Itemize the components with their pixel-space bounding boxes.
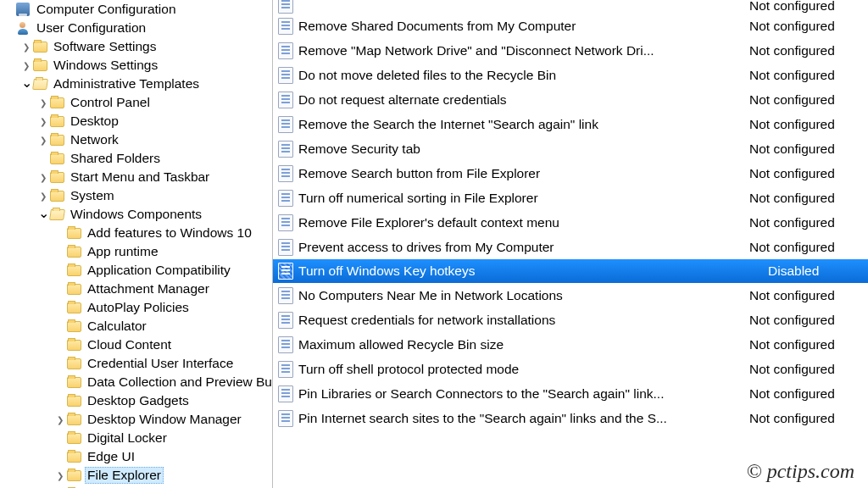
- tree-item-label[interactable]: Attachment Manager: [85, 280, 212, 297]
- folder-icon: [66, 263, 81, 278]
- policy-row[interactable]: Remove Search button from File ExplorerN…: [273, 161, 868, 186]
- expand-icon[interactable]: ❯: [37, 97, 49, 108]
- tree-item-label[interactable]: Start Menu and Taskbar: [68, 169, 212, 186]
- tree-item[interactable]: Add features to Windows 10: [0, 224, 272, 242]
- policy-row[interactable]: Remove File Explorer's default context m…: [273, 210, 868, 235]
- tree-item[interactable]: ⌄Administrative Templates: [0, 75, 272, 93]
- policy-row[interactable]: Do not move deleted files to the Recycle…: [273, 63, 868, 87]
- tree-item[interactable]: Digital Locker: [0, 429, 272, 447]
- tree-item-label[interactable]: Desktop Window Manager: [85, 411, 244, 428]
- expand-icon[interactable]: ❯: [20, 41, 32, 53]
- tree-item-label[interactable]: Network: [68, 131, 121, 148]
- expand-icon[interactable]: ❯: [37, 115, 49, 127]
- tree-item[interactable]: ❯Desktop: [0, 112, 272, 130]
- tree-item-label[interactable]: Credential User Interface: [85, 355, 236, 372]
- policy-row[interactable]: Remove "Map Network Drive" and "Disconne…: [273, 38, 868, 63]
- tree-item-label[interactable]: Edge UI: [85, 448, 137, 465]
- tree-item[interactable]: Data Collection and Preview Builds: [0, 373, 272, 391]
- policy-name: Turn off shell protocol protected mode: [298, 362, 749, 377]
- policy-icon: [278, 42, 293, 59]
- policy-row[interactable]: Pin Internet search sites to the "Search…: [273, 406, 868, 430]
- tree-item-label[interactable]: Control Panel: [68, 94, 153, 111]
- policy-name: Remove Shared Documents from My Computer: [298, 19, 749, 34]
- tree-item[interactable]: Application Compatibility: [0, 261, 272, 280]
- tree-item-label[interactable]: Desktop Gadgets: [85, 392, 192, 409]
- policy-row[interactable]: Remove Security tabNot configured: [273, 136, 868, 161]
- policy-row[interactable]: Maximum allowed Recycle Bin sizeNot conf…: [273, 332, 868, 357]
- policy-state: Not configured: [749, 19, 868, 34]
- tree-item[interactable]: Computer Configuration: [0, 0, 272, 19]
- policy-state: Not configured: [749, 68, 868, 83]
- tree-item[interactable]: User Configuration: [0, 19, 272, 37]
- folder-icon: [66, 300, 81, 315]
- expand-icon[interactable]: ❯: [37, 190, 49, 202]
- tree-item[interactable]: ❯Software Settings: [0, 37, 272, 56]
- tree-item-label[interactable]: Desktop: [68, 113, 121, 130]
- policy-row[interactable]: Turn off shell protocol protected modeNo…: [273, 357, 868, 381]
- folder-open-icon: [32, 76, 47, 92]
- tree-item[interactable]: Attachment Manager: [0, 280, 272, 298]
- collapse-icon[interactable]: ⌄: [37, 207, 49, 219]
- tree-item[interactable]: AutoPlay Policies: [0, 298, 272, 317]
- tree-item-label[interactable]: Application Compatibility: [85, 262, 233, 279]
- tree-item[interactable]: ❯Desktop Window Manager: [0, 410, 272, 429]
- folder-icon: [32, 39, 47, 54]
- tree-item-label[interactable]: Software Settings: [51, 38, 159, 55]
- tree-item[interactable]: Credential User Interface: [0, 354, 272, 373]
- policy-row[interactable]: Remove the Search the Internet "Search a…: [273, 112, 868, 136]
- tree-item[interactable]: ❯Network: [0, 130, 272, 149]
- tree-item[interactable]: File Revocation: [0, 485, 272, 488]
- tree-item-label[interactable]: Windows Settings: [51, 57, 160, 74]
- tree-item-label[interactable]: AutoPlay Policies: [85, 299, 192, 316]
- tree-item-label[interactable]: User Configuration: [34, 19, 148, 36]
- policy-row[interactable]: Turn off Windows Key hotkeysDisabled: [273, 259, 868, 283]
- tree-item-label[interactable]: Shared Folders: [68, 150, 163, 167]
- policy-state: Not configured: [749, 43, 868, 58]
- policy-row[interactable]: Remove Shared Documents from My Computer…: [273, 14, 868, 38]
- tree-item[interactable]: Cloud Content: [0, 336, 272, 354]
- tree-item[interactable]: Edge UI: [0, 447, 272, 466]
- policy-row[interactable]: Turn off numerical sorting in File Explo…: [273, 186, 868, 210]
- expand-icon[interactable]: ❯: [20, 59, 32, 71]
- policy-row[interactable]: Not configured: [273, 0, 868, 14]
- expand-icon[interactable]: ❯: [37, 134, 49, 146]
- policy-row[interactable]: Pin Libraries or Search Connectors to th…: [273, 381, 868, 406]
- policy-icon: [278, 287, 293, 304]
- tree-item[interactable]: Shared Folders: [0, 149, 272, 168]
- tree-item[interactable]: ❯Windows Settings: [0, 56, 272, 75]
- tree-item-label[interactable]: System: [68, 187, 117, 204]
- tree-item-label[interactable]: File Explorer: [85, 467, 164, 484]
- tree-item[interactable]: ❯System: [0, 186, 272, 205]
- tree-item-label[interactable]: Digital Locker: [85, 430, 170, 446]
- folder-icon: [49, 95, 64, 110]
- tree-item[interactable]: App runtime: [0, 242, 272, 261]
- tree-item-label[interactable]: Computer Configuration: [34, 1, 179, 18]
- policy-row[interactable]: No Computers Near Me in Network Location…: [273, 283, 868, 308]
- tree-item-label[interactable]: Calculator: [85, 318, 149, 335]
- expand-icon[interactable]: ❯: [37, 171, 49, 183]
- navigation-tree[interactable]: Computer ConfigurationUser Configuration…: [0, 0, 273, 488]
- expand-icon[interactable]: ❯: [54, 413, 66, 425]
- tree-item[interactable]: ❯Start Menu and Taskbar: [0, 168, 272, 186]
- collapse-icon[interactable]: ⌄: [20, 76, 32, 88]
- expand-icon[interactable]: ❯: [54, 469, 66, 481]
- policy-icon: [278, 18, 293, 35]
- policy-icon: [278, 361, 293, 378]
- tree-item[interactable]: ❯File Explorer: [0, 466, 272, 485]
- tree-item-label[interactable]: Windows Components: [68, 206, 204, 223]
- policy-row[interactable]: Prevent access to drives from My Compute…: [273, 235, 868, 259]
- folder-icon: [66, 337, 81, 352]
- policy-row[interactable]: Request credentials for network installa…: [273, 308, 868, 332]
- policy-state: Not configured: [749, 337, 868, 352]
- tree-item-label[interactable]: App runtime: [85, 243, 161, 260]
- tree-item-label[interactable]: Administrative Templates: [51, 75, 202, 92]
- policy-row[interactable]: Do not request alternate credentialsNot …: [273, 87, 868, 112]
- tree-item[interactable]: ⌄Windows Components: [0, 205, 272, 224]
- tree-item-label[interactable]: Cloud Content: [85, 336, 174, 353]
- tree-item[interactable]: ❯Control Panel: [0, 93, 272, 112]
- tree-item[interactable]: Desktop Gadgets: [0, 391, 272, 410]
- folder-icon: [49, 151, 64, 166]
- tree-item-label[interactable]: Data Collection and Preview Builds: [85, 374, 273, 391]
- tree-item[interactable]: Calculator: [0, 317, 272, 336]
- tree-item-label[interactable]: Add features to Windows 10: [85, 225, 254, 241]
